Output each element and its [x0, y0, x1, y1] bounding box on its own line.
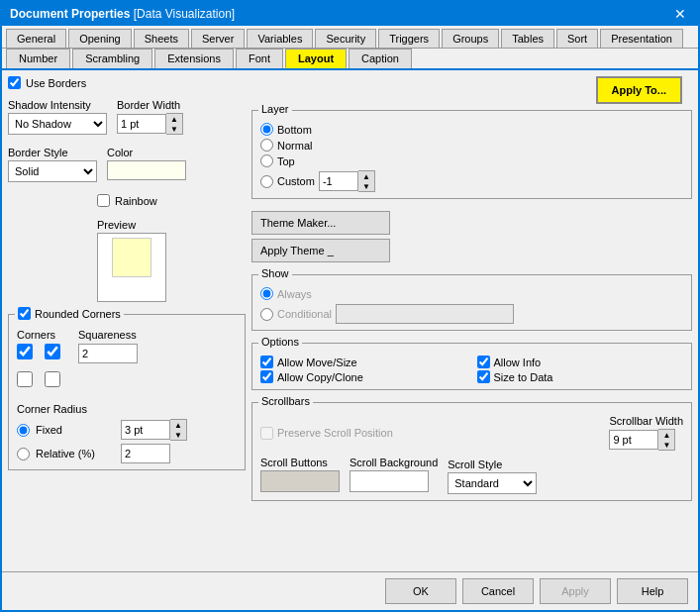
scroll-bg-swatch[interactable] [350, 470, 429, 492]
squareness-input[interactable] [78, 344, 138, 363]
custom-label: Custom [277, 175, 315, 187]
main-window: Document Properties [Data Visualization]… [0, 0, 700, 612]
border-width-label: Border Width [117, 99, 183, 111]
corner-bl[interactable] [17, 371, 33, 387]
theme-maker-button[interactable]: Theme Maker... [251, 211, 390, 235]
apply-theme-button[interactable]: Apply Theme _ [251, 239, 390, 262]
border-width-down[interactable]: ▼ [166, 124, 182, 134]
relative-value-input[interactable] [121, 444, 170, 463]
conditional-input [336, 304, 514, 324]
corner-tl[interactable] [17, 344, 33, 359]
border-style-select[interactable]: Solid [8, 160, 97, 182]
bottom-bar: OK Cancel Apply Help [2, 571, 698, 610]
shadow-intensity-label: Shadow Intensity [8, 99, 107, 111]
tab-presentation[interactable]: Presentation [600, 29, 683, 48]
tab-extensions[interactable]: Extensions [154, 49, 234, 68]
scroll-style-label: Scroll Style [448, 459, 537, 470]
top-radio[interactable] [260, 154, 273, 167]
tab-variables[interactable]: Variables [247, 29, 313, 48]
normal-radio[interactable] [260, 139, 273, 152]
tab-triggers[interactable]: Triggers [378, 29, 440, 48]
border-width-spinner: ▲ ▼ [117, 113, 183, 135]
subtitle-text: [Data Visualization] [134, 7, 236, 21]
border-width-input[interactable] [117, 114, 166, 134]
tab-sheets[interactable]: Sheets [134, 29, 189, 48]
tab-opening[interactable]: Opening [68, 29, 132, 48]
use-borders-checkbox[interactable] [8, 76, 21, 89]
tab-server[interactable]: Server [191, 29, 245, 48]
scrollbar-width-down[interactable]: ▼ [658, 440, 674, 450]
tab-security[interactable]: Security [315, 29, 376, 48]
always-radio[interactable] [260, 287, 273, 300]
rainbow-label: Rainbow [115, 195, 157, 207]
ok-button[interactable]: OK [385, 578, 456, 604]
allow-move-checkbox[interactable] [260, 356, 273, 368]
tab-caption[interactable]: Caption [349, 49, 412, 68]
cancel-button[interactable]: Cancel [462, 578, 534, 604]
scrollbar-width-label: Scrollbar Width [609, 415, 683, 427]
apply-to-wrapper: Apply To... [251, 76, 692, 104]
fixed-radio[interactable] [17, 424, 30, 437]
right-panel: Apply To... Layer Bottom Normal [251, 76, 692, 565]
bottom-label: Bottom [277, 124, 312, 136]
fixed-down[interactable]: ▼ [170, 430, 186, 440]
fixed-up[interactable]: ▲ [170, 420, 186, 430]
allow-copy-checkbox[interactable] [260, 370, 273, 383]
custom-value-input[interactable] [319, 171, 358, 191]
tab-sort[interactable]: Sort [556, 29, 598, 48]
left-panel: Use Borders Shadow Intensity No Shadow B… [8, 76, 246, 565]
allow-info-checkbox[interactable] [477, 356, 490, 368]
color-swatch[interactable] [107, 160, 186, 180]
allow-copy-label: Allow Copy/Clone [277, 371, 363, 383]
rainbow-checkbox[interactable] [97, 194, 110, 207]
scroll-bg-label: Scroll Background [350, 457, 438, 468]
always-label: Always [277, 288, 312, 300]
allow-info-label: Allow Info [494, 357, 542, 368]
scroll-buttons-swatch[interactable] [260, 470, 340, 492]
tab-scrambling[interactable]: Scrambling [72, 49, 152, 68]
tab-general[interactable]: General [6, 29, 66, 48]
show-label: Show [258, 267, 292, 279]
preview-inner [112, 238, 151, 277]
scroll-buttons-label: Scroll Buttons [260, 457, 340, 468]
preserve-scroll-checkbox[interactable] [260, 427, 273, 440]
help-button[interactable]: Help [617, 578, 688, 604]
corner-radius-label: Corner Radius [17, 403, 237, 415]
scrollbar-width-up[interactable]: ▲ [658, 430, 674, 440]
top-label: Top [277, 155, 295, 167]
squareness-label: Squareness [78, 329, 138, 341]
fixed-value-input[interactable] [121, 420, 170, 440]
tab-tables[interactable]: Tables [501, 29, 554, 48]
shadow-intensity-select[interactable]: No Shadow [8, 113, 107, 135]
relative-label: Relative (%) [36, 448, 115, 459]
tab-layout[interactable]: Layout [285, 49, 347, 68]
title-bar: Document Properties [Data Visualization]… [2, 2, 698, 26]
apply-button[interactable]: Apply [540, 578, 611, 604]
border-width-up[interactable]: ▲ [166, 114, 182, 124]
relative-radio[interactable] [17, 448, 30, 460]
close-button[interactable]: ✕ [670, 6, 690, 22]
conditional-radio[interactable] [260, 308, 273, 321]
corner-br[interactable] [45, 371, 60, 387]
tab-font[interactable]: Font [236, 49, 283, 68]
window-title: Document Properties [Data Visualization] [10, 7, 235, 21]
tab-groups[interactable]: Groups [442, 29, 499, 48]
size-to-data-checkbox[interactable] [477, 370, 490, 383]
tab-number[interactable]: Number [6, 49, 70, 68]
border-style-label: Border Style [8, 147, 97, 158]
custom-up[interactable]: ▲ [358, 171, 374, 181]
custom-radio[interactable] [260, 175, 273, 188]
scrollbar-width-input[interactable] [609, 430, 658, 450]
rounded-corners-label: Rounded Corners [35, 308, 121, 320]
preserve-scroll-label: Preserve Scroll Position [277, 427, 393, 439]
bottom-radio[interactable] [260, 123, 273, 136]
corner-tr[interactable] [45, 344, 60, 359]
color-label: Color [107, 147, 186, 158]
custom-down[interactable]: ▼ [358, 181, 374, 191]
scroll-style-select[interactable]: Standard [448, 472, 537, 494]
apply-to-button[interactable]: Apply To... [596, 76, 682, 104]
rounded-corners-checkbox[interactable] [18, 307, 31, 320]
scrollbars-label: Scrollbars [258, 395, 313, 407]
normal-label: Normal [277, 140, 312, 152]
layer-label: Layer [258, 103, 292, 115]
